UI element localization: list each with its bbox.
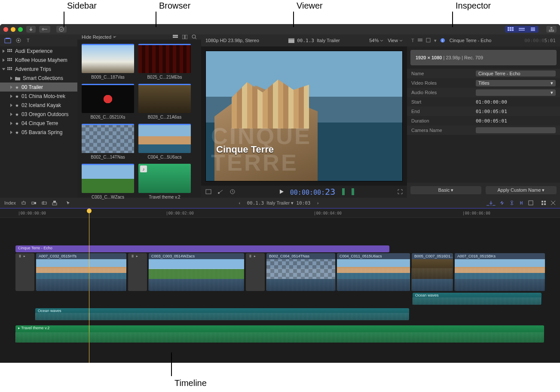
- sidebar-item-label: 00 Trailer: [21, 84, 43, 90]
- clip-appearance-icon[interactable]: [173, 35, 178, 39]
- timeline[interactable]: | 00:00:00:00 | 00:00:02:00 | 00:00:04:0…: [0, 208, 560, 363]
- name-field[interactable]: Cinque Terre - Echo: [476, 70, 556, 77]
- transitions-browser-icon[interactable]: [551, 200, 556, 205]
- audio-roles-select[interactable]: ▾: [476, 89, 556, 96]
- clip-thumbnail[interactable]: B002_C...14TNas: [82, 124, 134, 159]
- gap-clip[interactable]: [15, 253, 34, 291]
- video-clip[interactable]: A007_C032_0515HTs: [36, 253, 126, 291]
- sidebar-item[interactable]: Adventure Trips: [0, 64, 77, 74]
- star-icon: ★: [15, 102, 19, 108]
- sidebar-item[interactable]: Koffee House Mayhem: [0, 55, 77, 64]
- index-button[interactable]: Index: [4, 200, 16, 205]
- camera-name-field[interactable]: [476, 127, 556, 133]
- search-icon[interactable]: [192, 34, 197, 40]
- zoom-window[interactable]: [18, 27, 23, 32]
- titles-icon[interactable]: T: [26, 37, 32, 43]
- timeline-ruler[interactable]: | 00:00:00:00 | 00:00:02:00 | 00:00:04:0…: [0, 208, 560, 218]
- inspector-metadata: NameCinque Terre - Echo Video RolesTitle…: [407, 69, 560, 135]
- clip-thumbnail[interactable]: B025_C...21MEbs: [138, 44, 191, 80]
- sfx-clip-2[interactable]: Ocean waves: [35, 308, 409, 320]
- timecode-display[interactable]: 00:00:00:23: [290, 187, 335, 197]
- clip-thumbnail[interactable]: B026_C...0521IXs: [82, 84, 134, 119]
- generator-inspector-icon[interactable]: [426, 38, 431, 43]
- annot-viewer: Viewer: [297, 1, 323, 11]
- filter-dropdown[interactable]: Hide Rejected: [82, 34, 116, 40]
- workspace-toggle[interactable]: [505, 26, 539, 33]
- solo-icon[interactable]: [509, 200, 514, 205]
- photos-icon[interactable]: [15, 37, 21, 43]
- svg-rect-40: [206, 190, 211, 194]
- play-button[interactable]: [279, 189, 284, 194]
- text-inspector-icon[interactable]: T: [411, 38, 414, 43]
- effects-browser-icon[interactable]: [541, 200, 546, 205]
- sidebar-item-label: 02 Iceland Kayak: [21, 102, 61, 108]
- retime-icon[interactable]: [230, 189, 236, 194]
- info-inspector-icon[interactable]: i: [440, 38, 445, 43]
- library-list[interactable]: Audi ExperienceKoffee House MayhemAdvent…: [0, 46, 77, 198]
- sidebar-item[interactable]: ★04 Cinque Terre: [0, 119, 77, 128]
- browser-pane-icon[interactable]: [505, 26, 516, 33]
- transform-icon[interactable]: [205, 189, 211, 194]
- close-window[interactable]: [3, 27, 8, 32]
- sidebar-item[interactable]: Smart Collections: [0, 74, 77, 83]
- music-clip[interactable]: ▸ Travel theme v.2: [15, 325, 544, 343]
- app-window: T Audi ExperienceKoffee House MayhemAdve…: [0, 24, 560, 363]
- arrow-tool-icon[interactable]: [66, 200, 71, 205]
- sidebar-item-label: 03 Oregon Outdoors: [21, 111, 68, 117]
- clip-thumbnail[interactable]: C004_C...5U6acs: [138, 124, 191, 159]
- timeline-pane-icon[interactable]: [516, 26, 527, 33]
- timeline-title[interactable]: ‹ 00.1.3 Italy Trailer ▾ 10:03 ›: [76, 200, 481, 206]
- filmstrip-icon[interactable]: [182, 35, 187, 39]
- sidebar-item[interactable]: ★02 Iceland Kayak: [0, 101, 77, 110]
- apply-custom-name-dropdown[interactable]: Apply Custom Name ▾: [486, 186, 557, 194]
- view-dropdown[interactable]: View: [388, 38, 403, 43]
- video-roles-select[interactable]: Titles▾: [476, 80, 556, 86]
- libraries-icon[interactable]: [4, 37, 11, 43]
- title-clip[interactable]: Cinque Terre - Echo: [15, 245, 389, 252]
- sidebar-item[interactable]: Audi Experience: [0, 46, 77, 55]
- sidebar-item[interactable]: ★05 Bavaria Spring: [0, 128, 77, 137]
- append-icon[interactable]: [31, 200, 37, 205]
- video-clip[interactable]: A007_C018_0515BKs: [455, 253, 545, 291]
- sidebar-item-label: 04 Cinque Terre: [21, 120, 58, 126]
- viewer-canvas[interactable]: CINQUE TERRE Cinque Terre: [205, 51, 403, 181]
- timeline-appearance-icon[interactable]: [528, 200, 533, 205]
- video-clip[interactable]: C003_C003_0514WZacs: [149, 253, 244, 291]
- star-icon: ★: [15, 93, 19, 99]
- insert-icon[interactable]: [21, 200, 26, 205]
- viewer-image-houses: [232, 77, 309, 129]
- share-button[interactable]: [546, 26, 557, 33]
- background-tasks-button[interactable]: [56, 26, 67, 33]
- gap-clip[interactable]: [128, 253, 147, 291]
- snapping-icon[interactable]: [519, 200, 524, 205]
- zoom-dropdown[interactable]: 54%: [369, 38, 383, 43]
- clip-thumbnail[interactable]: ♪Travel theme v.2: [138, 164, 191, 199]
- overwrite-icon[interactable]: [42, 200, 47, 205]
- connect-icon[interactable]: [52, 200, 57, 205]
- metadata-view-dropdown[interactable]: Basic ▾: [410, 186, 481, 194]
- playhead[interactable]: [89, 208, 89, 363]
- video-clip[interactable]: B002_C004_0514TNas: [266, 253, 335, 291]
- import-button[interactable]: [26, 26, 36, 33]
- fullscreen-icon[interactable]: [398, 189, 403, 194]
- video-clip[interactable]: C004_C011_0515U6acs: [337, 253, 410, 291]
- sidebar-item[interactable]: ★03 Oregon Outdoors: [0, 110, 77, 119]
- clip-thumbnail[interactable]: B028_C...21A6as: [138, 84, 191, 119]
- audio-skim-icon[interactable]: [500, 200, 505, 205]
- clip-thumbnail[interactable]: C003_C...WZacs: [82, 164, 134, 199]
- keyword-button[interactable]: [39, 26, 50, 33]
- color-icon[interactable]: [217, 189, 223, 194]
- primary-storyline[interactable]: A007_C032_0515HTsC003_C003_0514WZacsB002…: [15, 253, 545, 291]
- sidebar-item[interactable]: ★00 Trailer: [0, 83, 77, 92]
- gap-clip[interactable]: [246, 253, 265, 291]
- clip-thumbnail[interactable]: B009_C...187Vas: [82, 44, 134, 80]
- clip-grid[interactable]: B009_C...187VasB025_C...21MEbsB026_C...0…: [77, 40, 201, 204]
- sfx-clip-1[interactable]: Ocean waves: [413, 293, 542, 305]
- minimize-window[interactable]: [11, 27, 15, 32]
- skimming-icon[interactable]: ⎯╋⎯: [487, 200, 496, 205]
- video-clip[interactable]: B005_C007_0516D1...: [412, 253, 453, 291]
- sidebar-item[interactable]: ★01 China Moto-trek: [0, 92, 77, 101]
- inspector-pane-icon[interactable]: [527, 26, 539, 33]
- video-inspector-icon[interactable]: [418, 38, 422, 43]
- share-inspector-icon[interactable]: ▾: [434, 38, 437, 43]
